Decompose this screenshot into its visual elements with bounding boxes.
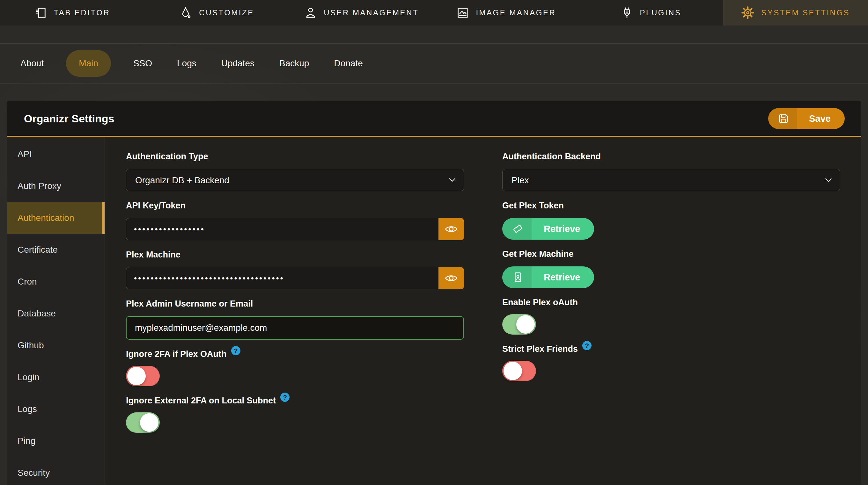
panel-header: Organizr Settings Save: [7, 101, 861, 137]
nav-label: SYSTEM SETTINGS: [761, 8, 850, 17]
get-plex-machine-label: Get Plex Machine: [502, 249, 840, 259]
ignore-2fa-oauth-label: Ignore 2FA if Plex OAuth: [126, 349, 227, 359]
auth-type-select[interactable]: Organizr DB + Backend: [126, 169, 464, 191]
nav-user-management[interactable]: USER MANAGEMENT: [289, 0, 434, 26]
api-key-input[interactable]: [126, 218, 438, 240]
tab-logs[interactable]: Logs: [175, 51, 199, 76]
help-icon[interactable]: ?: [231, 346, 241, 355]
nav-customize[interactable]: CUSTOMIZE: [145, 0, 289, 26]
enable-plex-oauth-toggle[interactable]: [502, 314, 536, 334]
auth-backend-label: Authentication Backend: [502, 151, 840, 162]
sidebar-item-authentication[interactable]: Authentication: [7, 202, 104, 234]
toggle-knob: [516, 315, 535, 334]
sidebar-item-security[interactable]: Security: [7, 457, 104, 485]
tab-about[interactable]: About: [18, 51, 46, 76]
nav-label: CUSTOMIZE: [199, 8, 254, 17]
nav-label: IMAGE MANAGER: [476, 8, 556, 17]
retrieve-plex-token-button[interactable]: Retrieve: [502, 218, 594, 239]
auth-type-label: Authentication Type: [126, 151, 464, 162]
help-icon[interactable]: ?: [582, 341, 592, 350]
tab-sso[interactable]: SSO: [131, 51, 155, 76]
top-navigation: TAB EDITOR CUSTOMIZE USER MANAGEMENT IMA…: [0, 0, 868, 26]
organizr-settings-panel: Organizr Settings Save API Auth Proxy Au…: [7, 101, 861, 485]
sidebar-item-auth-proxy[interactable]: Auth Proxy: [7, 170, 104, 202]
nav-plugins[interactable]: PLUGINS: [579, 0, 723, 26]
settings-sidebar: API Auth Proxy Authentication Certificat…: [7, 137, 105, 485]
nav-label: TAB EDITOR: [54, 8, 110, 17]
image-manager-icon: [457, 7, 469, 19]
plugins-icon: [621, 7, 633, 19]
enable-plex-oauth-label: Enable Plex oAuth: [502, 297, 840, 308]
sidebar-item-database[interactable]: Database: [7, 298, 104, 329]
floppy-icon: [768, 108, 797, 129]
settings-tabs: About Main SSO Logs Updates Backup Donat…: [0, 43, 868, 84]
sidebar-item-github[interactable]: Github: [7, 329, 104, 361]
sidebar-item-cron[interactable]: Cron: [7, 266, 104, 298]
strict-plex-friends-toggle[interactable]: [502, 361, 536, 381]
get-plex-token-label: Get Plex Token: [502, 200, 840, 211]
retrieve-button-label: Retrieve: [532, 266, 594, 288]
ignore-external-2fa-toggle[interactable]: [126, 412, 160, 433]
save-button[interactable]: Save: [768, 108, 845, 129]
toggle-knob: [127, 367, 146, 385]
plex-admin-label: Plex Admin Username or Email: [126, 298, 464, 309]
customize-icon: [180, 7, 192, 19]
panel-body: API Auth Proxy Authentication Certificat…: [7, 137, 861, 485]
reveal-api-key-button[interactable]: [438, 218, 464, 240]
nav-label: PLUGINS: [640, 8, 681, 17]
sidebar-item-api[interactable]: API: [7, 138, 104, 170]
eye-icon: [445, 274, 458, 283]
strict-plex-friends-label: Strict Plex Friends: [502, 344, 578, 354]
ignore-2fa-oauth-toggle[interactable]: [126, 366, 160, 386]
plex-machine-label: Plex Machine: [126, 249, 464, 260]
nav-label: USER MANAGEMENT: [324, 8, 419, 17]
page-title: Organizr Settings: [24, 112, 114, 125]
tab-editor-icon: [34, 7, 46, 19]
toggle-knob: [140, 413, 158, 432]
plex-admin-input[interactable]: [126, 316, 464, 340]
ticket-icon: [502, 218, 532, 239]
sidebar-item-login[interactable]: Login: [7, 361, 104, 393]
api-key-label: API Key/Token: [126, 200, 464, 211]
tab-main[interactable]: Main: [66, 50, 111, 77]
sidebar-item-ping[interactable]: Ping: [7, 425, 104, 457]
ignore-external-2fa-label: Ignore External 2FA on Local Subnet: [126, 395, 276, 406]
help-icon[interactable]: ?: [280, 393, 289, 402]
auth-backend-select[interactable]: Plex: [502, 169, 840, 191]
plex-machine-input[interactable]: [126, 267, 438, 289]
retrieve-plex-machine-button[interactable]: Retrieve: [502, 266, 594, 288]
tab-updates[interactable]: Updates: [219, 51, 257, 76]
retrieve-button-label: Retrieve: [532, 218, 594, 239]
nav-tab-editor[interactable]: TAB EDITOR: [0, 0, 145, 26]
toggle-knob: [503, 362, 522, 380]
nav-system-settings[interactable]: SYSTEM SETTINGS: [723, 0, 868, 26]
sidebar-item-logs[interactable]: Logs: [7, 393, 104, 425]
nav-image-manager[interactable]: IMAGE MANAGER: [434, 0, 579, 26]
id-badge-icon: [502, 266, 532, 288]
tab-backup[interactable]: Backup: [277, 51, 312, 76]
user-management-icon: [305, 7, 317, 19]
save-button-label: Save: [797, 108, 845, 129]
eye-icon: [445, 225, 458, 234]
system-settings-icon: [741, 6, 754, 19]
tab-donate[interactable]: Donate: [331, 51, 365, 76]
reveal-plex-machine-button[interactable]: [438, 267, 464, 289]
authentication-form: Authentication Type Organizr DB + Backen…: [105, 137, 861, 485]
form-left-column: Authentication Type Organizr DB + Backen…: [126, 151, 464, 442]
sidebar-item-certificate[interactable]: Certificate: [7, 234, 104, 266]
form-right-column: Authentication Backend Plex Get Plex Tok…: [502, 151, 840, 442]
